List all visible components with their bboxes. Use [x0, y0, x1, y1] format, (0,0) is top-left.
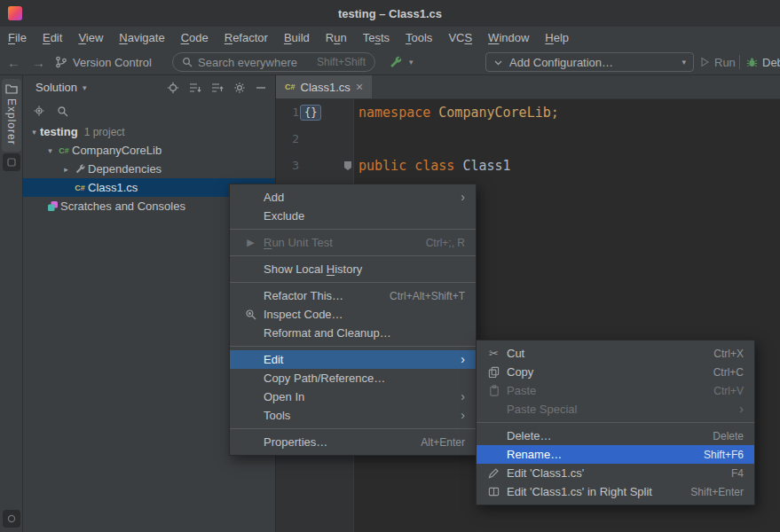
wrench-icon	[72, 163, 88, 175]
left-tool-stripe: Explorer	[0, 75, 23, 532]
menu-separator	[230, 346, 476, 347]
build-tool-button[interactable]	[389, 52, 403, 72]
stripe-tool-button[interactable]	[3, 153, 20, 171]
ctx-item-exclude[interactable]: Exclude	[230, 207, 476, 225]
search-icon	[182, 57, 193, 67]
menu-tests[interactable]: Tests	[355, 27, 398, 50]
close-tab-icon[interactable]: ×	[356, 81, 363, 93]
ctx-item-tools[interactable]: Tools ›	[230, 406, 476, 425]
select-opened-file-icon[interactable]	[33, 105, 45, 117]
window-title: testing – Class1.cs	[338, 7, 442, 20]
context-menu: Add › Exclude ▶ Run Unit Test Ctrl+;, R …	[229, 184, 477, 456]
ctx-item-add[interactable]: Add ›	[230, 188, 476, 207]
ctx-item-refactor-this[interactable]: Refactor This… Ctrl+Alt+Shift+T	[230, 286, 476, 305]
menu-view[interactable]: View	[70, 27, 111, 50]
submenu-item-edit-file-right-split[interactable]: Edit 'Class1.cs' in Right Split Shift+En…	[477, 482, 754, 501]
hide-panel-icon[interactable]	[256, 82, 266, 93]
combo-caret-icon: ▾	[682, 58, 686, 66]
settings-gear-icon[interactable]	[233, 82, 246, 94]
tree-item-testing[interactable]: ▾ testing 1 project	[23, 122, 275, 141]
submenu-item-paste[interactable]: Paste Ctrl+V	[477, 381, 754, 400]
line-number[interactable]: 3	[280, 153, 299, 179]
back-arrow-icon: ←	[7, 55, 20, 70]
ctx-item-copy-path-reference[interactable]: Copy Path/Reference…	[230, 369, 476, 387]
submenu-arrow-icon: ›	[461, 387, 465, 406]
menu-navigate[interactable]: Navigate	[111, 27, 172, 50]
split-right-icon	[486, 482, 501, 501]
line-number[interactable]: 1	[280, 99, 299, 126]
menu-refactor[interactable]: Refactor	[217, 27, 276, 50]
menu-separator	[230, 282, 476, 283]
ctx-item-properties[interactable]: Properties… Alt+Enter	[230, 433, 476, 451]
ctx-item-edit[interactable]: Edit ›	[230, 350, 476, 369]
expand-all-icon[interactable]	[189, 82, 201, 94]
copy-icon	[486, 363, 501, 381]
folder-icon	[5, 83, 18, 94]
solution-view-selector[interactable]: Solution ▾	[35, 81, 87, 94]
ctx-item-show-local-history[interactable]: Show Local History	[230, 260, 476, 278]
submenu-item-paste-special[interactable]: Paste Special ›	[477, 400, 754, 419]
toolbar-divider	[739, 55, 740, 69]
menu-window[interactable]: Window	[480, 27, 537, 50]
run-button[interactable]: Run	[699, 52, 736, 72]
menu-tools[interactable]: Tools	[398, 27, 440, 50]
scratches-icon	[44, 200, 60, 212]
play-icon	[699, 57, 710, 67]
wrench-icon	[389, 55, 403, 69]
debug-bug-icon	[746, 57, 758, 68]
code-line-1[interactable]: namespace CompanyCoreLib;	[358, 99, 559, 126]
locate-file-icon[interactable]	[167, 82, 179, 94]
fold-marker-icon[interactable]	[343, 160, 352, 171]
main-toolbar: ← → Version Control Search everywhere Sh…	[0, 50, 780, 75]
play-icon: ▶	[243, 233, 258, 252]
search-everywhere-field[interactable]: Search everywhere Shift+Shift	[172, 52, 375, 72]
solution-panel-title: Solution	[35, 81, 77, 94]
back-button[interactable]: ←	[7, 52, 20, 72]
ctx-item-inspect-code[interactable]: Inspect Code…	[230, 305, 476, 324]
menu-run[interactable]: Run	[318, 27, 355, 50]
run-configuration-combo[interactable]: Add Configuration… ▾	[485, 52, 694, 72]
collapse-all-icon[interactable]	[211, 82, 224, 94]
menu-file[interactable]: File	[0, 27, 35, 50]
ctx-item-run-unit-test[interactable]: ▶ Run Unit Test Ctrl+;, R	[230, 233, 476, 252]
run-label: Run	[714, 56, 736, 69]
menu-help[interactable]: Help	[537, 27, 577, 50]
menu-code[interactable]: Code	[173, 27, 217, 50]
tree-item-dependencies[interactable]: ▸ Dependencies	[23, 160, 275, 178]
search-shortcut-hint: Shift+Shift	[317, 56, 366, 68]
code-line-3[interactable]: public class Class1	[358, 153, 511, 179]
submenu-item-copy[interactable]: Copy Ctrl+C	[477, 363, 754, 381]
tree-collapsed-icon[interactable]: ▸	[60, 165, 72, 174]
line-number[interactable]: 2	[280, 126, 299, 153]
version-control-widget[interactable]: Version Control	[55, 52, 152, 72]
menu-vcs[interactable]: VCS	[440, 27, 480, 50]
debug-button[interactable]: Deb	[746, 52, 780, 72]
solution-panel-toolbar	[23, 99, 275, 122]
menu-separator	[230, 428, 476, 429]
pencil-icon	[486, 464, 501, 482]
ctx-item-open-in[interactable]: Open In ›	[230, 387, 476, 406]
stripe-bottom-tool-button[interactable]	[3, 510, 20, 528]
tab-class1-cs[interactable]: C# Class1.cs ×	[276, 75, 372, 98]
tree-expanded-icon[interactable]: ▾	[44, 146, 56, 155]
git-branch-icon	[55, 56, 67, 68]
submenu-item-cut[interactable]: ✂ Cut Ctrl+X	[477, 344, 754, 363]
tree-item-companycorelib[interactable]: ▾ C# CompanyCoreLib	[23, 141, 275, 160]
submenu-arrow-icon: ›	[461, 350, 465, 369]
submenu-item-rename[interactable]: Rename… Shift+F6	[477, 445, 754, 464]
search-tree-icon[interactable]	[57, 106, 68, 117]
stripe-button-explorer[interactable]: Explorer	[2, 79, 21, 152]
submenu-item-delete[interactable]: Delete… Delete	[477, 426, 754, 445]
ctx-item-reformat-and-cleanup[interactable]: Reformat and Cleanup…	[230, 324, 476, 342]
menu-edit[interactable]: Edit	[35, 27, 70, 50]
menu-build[interactable]: Build	[276, 27, 318, 50]
tree-expanded-icon[interactable]: ▾	[28, 128, 40, 137]
window-titlebar: testing – Class1.cs	[0, 0, 780, 27]
forward-button[interactable]: →	[32, 52, 45, 72]
csharp-project-icon: C#	[56, 146, 72, 155]
search-placeholder: Search everywhere	[198, 56, 297, 69]
inspect-code-icon	[243, 305, 258, 324]
submenu-item-edit-file[interactable]: Edit 'Class1.cs' F4	[477, 464, 754, 482]
folded-region-badge[interactable]: {}	[300, 105, 321, 121]
build-dropdown-caret[interactable]: ▾	[409, 52, 414, 72]
